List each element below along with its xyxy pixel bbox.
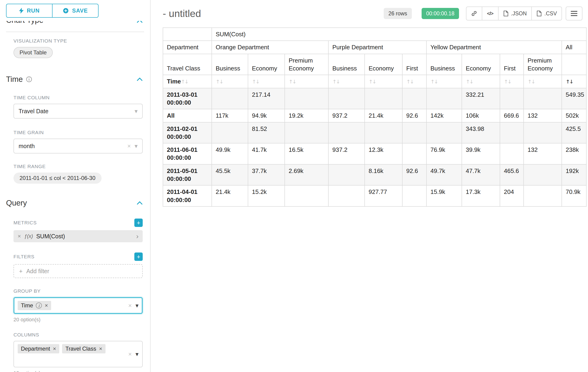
sort-icon: ↑↓ xyxy=(332,79,340,85)
chip-label: Time xyxy=(21,302,33,309)
export-csv-label: .CSV xyxy=(544,11,557,17)
time-column-select[interactable]: Travel Date ▾ xyxy=(13,104,143,118)
travel-class-header: Travel Class xyxy=(163,54,212,75)
column-sort-header[interactable]: ↑↓ xyxy=(402,75,427,88)
select-value-chip[interactable]: Timei× xyxy=(18,301,51,310)
columns-select[interactable]: Department×Travel Class× × ▾ xyxy=(13,341,143,367)
chip-label: Travel Class xyxy=(65,345,96,352)
clear-select-icon[interactable]: × xyxy=(128,351,132,358)
pivot-cell: 132 xyxy=(524,109,562,122)
clear-select-icon[interactable]: × xyxy=(127,142,131,150)
expand-metric-icon[interactable]: › xyxy=(136,232,138,240)
time-section-header[interactable]: Time xyxy=(0,75,150,84)
export-csv-button[interactable]: .CSV xyxy=(531,7,562,21)
pivot-cell: 92.6 xyxy=(402,109,427,122)
pivot-row: 2011-03-01 00:00:00217.14332.21549.35 xyxy=(163,88,586,109)
column-sort-header[interactable]: ↑↓ xyxy=(285,75,328,88)
add-filter-label: Add filter xyxy=(26,268,49,275)
info-icon xyxy=(26,76,32,82)
menu-icon xyxy=(571,11,577,16)
pivot-cell xyxy=(524,122,562,143)
copy-link-button[interactable] xyxy=(466,7,482,21)
column-sort-header[interactable]: ↑↓ xyxy=(365,75,402,88)
caret-down-icon: ▾ xyxy=(135,143,137,149)
pivot-cell: 76.9k xyxy=(427,143,462,164)
export-json-button[interactable]: .JSON xyxy=(498,7,532,21)
superset-explore-app: RUN SAVE Chart Type VISUALIZATION TYPE P… xyxy=(0,0,588,372)
metric-header: SUM(Cost) xyxy=(212,28,586,41)
embed-code-button[interactable]: </> xyxy=(482,7,498,21)
pivot-cell: 343.98 xyxy=(462,122,500,143)
row-label: 2011-02-01 00:00:00 xyxy=(163,122,212,143)
query-section-header[interactable]: Query xyxy=(0,199,150,207)
add-filter-plus-button[interactable]: + xyxy=(134,253,143,261)
chart-header-controls: 26 rows 00:00:00.18 </> .JSON . xyxy=(384,7,582,21)
pivot-cell: 17.3k xyxy=(462,185,500,206)
pivot-cell xyxy=(524,185,562,206)
metrics-label: METRICS xyxy=(13,220,37,225)
remove-chip-icon[interactable]: × xyxy=(45,302,48,309)
travel-class-column-header: Economy xyxy=(462,54,500,75)
chart-menu-button[interactable] xyxy=(566,7,582,21)
sort-icon: ↑↓ xyxy=(289,79,296,85)
sort-icon: ↑↓ xyxy=(430,79,438,85)
viz-type-pill[interactable]: Pivot Table xyxy=(13,47,53,58)
time-column-label: TIME COLUMN xyxy=(13,95,50,100)
pivot-cell xyxy=(328,122,365,143)
time-sort-header[interactable]: Time ↑↓ xyxy=(163,75,212,88)
column-sort-header[interactable]: ↑↓ xyxy=(248,75,285,88)
add-filter-button[interactable]: + Add filter xyxy=(13,264,143,278)
save-label: SAVE xyxy=(72,7,88,14)
pivot-row: 2011-04-01 00:00:0021.4k15.2k927.7715.9k… xyxy=(163,185,586,206)
column-sort-header[interactable]: ↑↓ xyxy=(462,75,500,88)
metric-chip[interactable]: × ƒ(x) SUM(Cost) › xyxy=(13,230,143,242)
corner-cell xyxy=(163,28,212,41)
time-grain-label: TIME GRAIN xyxy=(13,130,44,135)
pivot-cell: 502k xyxy=(562,109,586,122)
pivot-cell xyxy=(500,88,524,109)
remove-chip-icon[interactable]: × xyxy=(53,345,56,352)
save-button[interactable]: SAVE xyxy=(52,4,99,18)
clear-select-icon[interactable]: × xyxy=(128,302,132,309)
sort-header-row: Time ↑↓ ↑↓↑↓↑↓↑↓↑↓↑↓↑↓↑↓↑↓↑↓↑↓ xyxy=(163,75,586,88)
pivot-cell xyxy=(212,122,248,143)
column-sort-header[interactable]: ↑↓ xyxy=(328,75,365,88)
caret-down-icon[interactable]: ▾ xyxy=(136,302,138,308)
select-value-chip[interactable]: Travel Class× xyxy=(62,344,105,353)
pivot-cell: 45.5k xyxy=(212,164,248,186)
time-range-pill[interactable]: 2011-01-01 ≤ col < 2011-06-30 xyxy=(13,172,102,184)
pivot-cell xyxy=(365,122,402,143)
travel-class-column-header: First xyxy=(402,54,427,75)
department-header: Department xyxy=(163,41,212,54)
pivot-cell: 927.77 xyxy=(365,185,402,206)
add-metric-button[interactable]: + xyxy=(134,219,143,227)
run-button[interactable]: RUN xyxy=(6,4,52,18)
time-range-label: TIME RANGE xyxy=(13,164,46,169)
pivot-cell: 192k xyxy=(562,164,586,186)
time-grain-select[interactable]: month × ▾ xyxy=(13,138,143,153)
travel-class-column-header: Business xyxy=(212,54,248,75)
sort-icon: ↑↓ xyxy=(504,79,511,85)
chevron-up-icon[interactable] xyxy=(137,21,143,23)
remove-chip-icon[interactable]: × xyxy=(99,345,102,352)
chevron-up-icon[interactable] xyxy=(137,201,143,205)
group-by-select[interactable]: Timei× × ▾ xyxy=(13,297,143,314)
column-sort-header[interactable]: ↑↓ xyxy=(500,75,524,88)
column-sort-header[interactable]: ↑↓ xyxy=(427,75,462,88)
pivot-cell xyxy=(402,88,427,109)
caret-down-icon[interactable]: ▾ xyxy=(136,351,138,357)
pivot-cell: 238k xyxy=(562,143,586,164)
column-info-icon[interactable]: i xyxy=(36,302,42,308)
column-sort-header[interactable]: ↑↓ xyxy=(562,75,586,88)
group-by-chips: Timei× xyxy=(18,301,128,310)
select-value-chip[interactable]: Department× xyxy=(18,344,59,353)
metric-header-row: SUM(Cost) xyxy=(163,28,586,41)
column-sort-header[interactable]: ↑↓ xyxy=(212,75,248,88)
column-sort-header[interactable]: ↑↓ xyxy=(524,75,562,88)
query-timer-badge: 00:00:00.18 xyxy=(422,8,459,19)
pivot-cell: 39.9k xyxy=(462,143,500,164)
remove-metric-icon[interactable]: × xyxy=(18,233,21,239)
travel-class-column-header: Economy xyxy=(365,54,402,75)
chart-type-heading: Chart Type xyxy=(6,21,43,25)
chevron-up-icon[interactable] xyxy=(137,77,143,81)
